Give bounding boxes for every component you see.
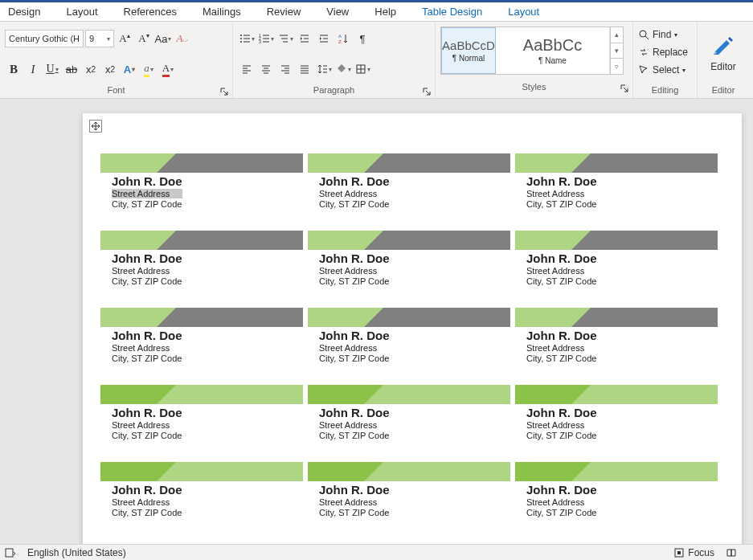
style-name[interactable]: AaBbCc ¶ Name bbox=[496, 27, 610, 74]
group-editor: Editor Editor bbox=[698, 22, 749, 98]
clear-formatting-button[interactable]: A◡ bbox=[174, 30, 191, 47]
strikethrough-button[interactable]: ab bbox=[63, 60, 80, 78]
status-read-mode[interactable] bbox=[726, 547, 737, 558]
styles-expand[interactable]: ▿ bbox=[611, 59, 623, 74]
bullets-button[interactable]: ▾ bbox=[238, 30, 256, 47]
editor-button[interactable]: Editor bbox=[698, 22, 749, 83]
style-name-label: ¶ Name bbox=[538, 56, 567, 65]
card-street: Street Address bbox=[112, 497, 182, 507]
tab-review[interactable]: Review bbox=[267, 6, 301, 18]
label-card[interactable]: John R. DoeStreet AddressCity, ST ZIP Co… bbox=[100, 153, 303, 226]
line-spacing-button[interactable]: ▾ bbox=[315, 60, 333, 78]
styles-scroll-up[interactable]: ▴ bbox=[611, 27, 623, 43]
label-card[interactable]: John R. DoeStreet AddressCity, ST ZIP Co… bbox=[515, 385, 718, 457]
align-right-button[interactable] bbox=[276, 60, 294, 78]
group-editing: Find▾ Replace Select▾ Editing bbox=[633, 22, 698, 98]
tab-references[interactable]: References bbox=[124, 6, 177, 18]
select-button[interactable]: Select▾ bbox=[636, 62, 694, 78]
justify-button[interactable] bbox=[296, 60, 313, 78]
tab-help[interactable]: Help bbox=[374, 6, 396, 18]
card-street: Street Address bbox=[526, 343, 597, 353]
style-name-preview: AaBbCc bbox=[523, 36, 582, 55]
find-button[interactable]: Find▾ bbox=[636, 27, 694, 43]
styles-dialog-launcher[interactable] bbox=[620, 83, 629, 92]
status-language[interactable]: English (United States) bbox=[27, 547, 126, 558]
bold-button[interactable]: B bbox=[5, 60, 23, 78]
card-city: City, ST ZIP Code bbox=[526, 354, 597, 363]
sort-button[interactable]: AZ bbox=[334, 30, 352, 47]
styles-gallery: AaBbCcD ¶ Normal AaBbCc ¶ Name ▴ ▾ ▿ bbox=[440, 27, 624, 75]
label-card[interactable]: John R. DoeStreet AddressCity, ST ZIP Co… bbox=[308, 462, 510, 534]
font-dialog-launcher[interactable] bbox=[219, 86, 229, 96]
card-name: John R. Doe bbox=[319, 329, 390, 342]
italic-button[interactable]: I bbox=[24, 60, 42, 78]
card-street: Street Address bbox=[319, 420, 390, 430]
svg-text:Z: Z bbox=[338, 39, 342, 44]
grow-font-button[interactable]: A▴ bbox=[116, 30, 133, 47]
tab-mailings[interactable]: Mailings bbox=[203, 6, 241, 18]
label-card[interactable]: John R. DoeStreet AddressCity, ST ZIP Co… bbox=[308, 308, 510, 380]
label-card[interactable]: John R. DoeStreet AddressCity, ST ZIP Co… bbox=[308, 153, 510, 226]
group-font: Century Gothic (H▾ 9▾ A▴ A▾ Aa▾ A◡ B I U… bbox=[0, 22, 233, 98]
svg-point-9 bbox=[640, 31, 646, 37]
font-name-combo[interactable]: Century Gothic (H▾ bbox=[5, 30, 84, 47]
label-card[interactable]: John R. DoeStreet AddressCity, ST ZIP Co… bbox=[100, 462, 303, 534]
style-normal-label: ¶ Normal bbox=[452, 54, 485, 63]
underline-button[interactable]: U▾ bbox=[43, 60, 61, 78]
page[interactable]: John R. DoeStreet AddressCity, ST ZIP Co… bbox=[83, 113, 742, 544]
font-name-value: Century Gothic (H bbox=[9, 34, 80, 43]
subscript-button[interactable]: x2 bbox=[82, 60, 100, 78]
align-center-button[interactable] bbox=[257, 60, 275, 78]
card-street: Street Address bbox=[112, 343, 182, 353]
increase-indent-button[interactable] bbox=[315, 30, 333, 47]
card-city: City, ST ZIP Code bbox=[319, 508, 390, 517]
style-normal[interactable]: AaBbCcD ¶ Normal bbox=[441, 27, 496, 74]
label-card[interactable]: John R. DoeStreet AddressCity, ST ZIP Co… bbox=[515, 231, 718, 303]
group-paragraph: ▾ 123▾ ▾ AZ ¶ ▾ ▾ ▾ Paragraph bbox=[233, 22, 436, 98]
card-name: John R. Doe bbox=[319, 406, 390, 419]
label-card[interactable]: John R. DoeStreet AddressCity, ST ZIP Co… bbox=[100, 385, 303, 457]
label-card[interactable]: John R. DoeStreet AddressCity, ST ZIP Co… bbox=[515, 153, 718, 226]
shrink-font-button[interactable]: A▾ bbox=[135, 30, 153, 47]
decrease-indent-button[interactable] bbox=[296, 30, 313, 47]
label-card[interactable]: John R. DoeStreet AddressCity, ST ZIP Co… bbox=[515, 462, 718, 534]
styles-scroll-down[interactable]: ▾ bbox=[611, 43, 623, 59]
tab-design[interactable]: Design bbox=[8, 6, 40, 18]
font-group-label: Font bbox=[107, 85, 125, 95]
borders-button[interactable]: ▾ bbox=[354, 60, 371, 78]
card-name: John R. Doe bbox=[112, 251, 182, 265]
card-name: John R. Doe bbox=[112, 329, 182, 342]
tab-view[interactable]: View bbox=[326, 6, 349, 18]
card-name: John R. Doe bbox=[112, 483, 182, 497]
status-focus[interactable]: Focus bbox=[673, 547, 714, 558]
replace-button[interactable]: Replace bbox=[636, 44, 694, 60]
tab-table-layout[interactable]: Layout bbox=[508, 6, 539, 18]
paragraph-dialog-launcher[interactable] bbox=[422, 86, 432, 96]
status-spellcheck[interactable] bbox=[5, 547, 16, 558]
ribbon: Century Gothic (H▾ 9▾ A▴ A▾ Aa▾ A◡ B I U… bbox=[0, 22, 753, 99]
highlight-button[interactable]: a▾ bbox=[140, 60, 158, 78]
label-card[interactable]: John R. DoeStreet AddressCity, ST ZIP Co… bbox=[100, 231, 303, 303]
superscript-button[interactable]: x2 bbox=[101, 60, 119, 78]
text-effects-button[interactable]: A▾ bbox=[121, 60, 138, 78]
align-left-button[interactable] bbox=[238, 60, 256, 78]
card-name: John R. Doe bbox=[319, 483, 390, 497]
font-size-combo[interactable]: 9▾ bbox=[85, 30, 114, 47]
card-name: John R. Doe bbox=[319, 174, 390, 188]
label-card[interactable]: John R. DoeStreet AddressCity, ST ZIP Co… bbox=[308, 385, 510, 457]
tab-table-design[interactable]: Table Design bbox=[422, 6, 482, 18]
font-color-button[interactable]: A▾ bbox=[159, 60, 177, 78]
change-case-button[interactable]: Aa▾ bbox=[154, 30, 172, 47]
numbering-button[interactable]: 123▾ bbox=[257, 30, 275, 47]
label-card[interactable]: John R. DoeStreet AddressCity, ST ZIP Co… bbox=[100, 308, 303, 380]
show-marks-button[interactable]: ¶ bbox=[354, 30, 371, 47]
multilevel-list-button[interactable]: ▾ bbox=[276, 30, 294, 47]
shading-button[interactable]: ▾ bbox=[334, 60, 352, 78]
card-city: City, ST ZIP Code bbox=[319, 431, 390, 440]
svg-point-2 bbox=[240, 41, 242, 43]
table-move-handle[interactable] bbox=[89, 120, 102, 133]
tab-layout[interactable]: Layout bbox=[66, 6, 97, 18]
label-card[interactable]: John R. DoeStreet AddressCity, ST ZIP Co… bbox=[308, 231, 510, 303]
label-card[interactable]: John R. DoeStreet AddressCity, ST ZIP Co… bbox=[515, 308, 718, 380]
svg-rect-10 bbox=[6, 549, 13, 557]
